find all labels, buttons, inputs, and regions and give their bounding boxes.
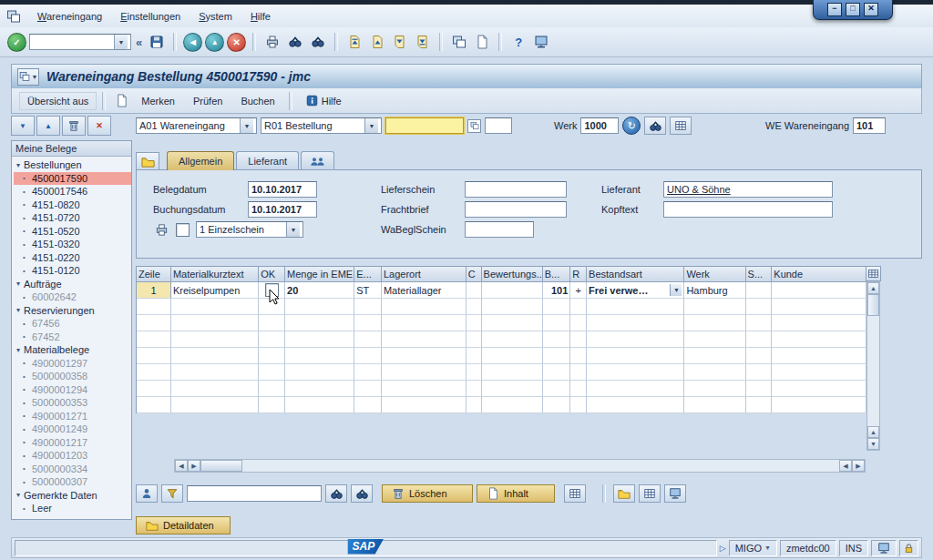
tree-item[interactable]: •5000000307	[14, 475, 131, 489]
item-detail-icon[interactable]	[136, 484, 158, 503]
tree-item[interactable]: •4900001203	[14, 449, 131, 463]
scroll-up-icon[interactable]: ▲	[36, 116, 60, 136]
tree-item[interactable]: •4900001249	[14, 423, 131, 436]
werk-input[interactable]: 1000	[580, 117, 619, 134]
wabeglschein-input[interactable]	[465, 221, 534, 238]
tree-item[interactable]: •4151-0320	[14, 238, 131, 251]
tree-group[interactable]: ▾Aufträge	[14, 278, 131, 291]
item-overview-icon[interactable]	[670, 117, 692, 135]
tree-group[interactable]: ▾Materialbelege	[14, 343, 131, 357]
tree-item[interactable]: •4151-0120	[14, 264, 131, 278]
uebersicht-aus-button[interactable]: Übersicht aus	[19, 92, 97, 110]
scroll-right-arrow-end-icon[interactable]: ▶	[852, 460, 865, 472]
find-next-icon[interactable]	[308, 32, 328, 52]
column-header[interactable]: Kunde	[772, 267, 866, 282]
tree-item[interactable]: •67452	[14, 331, 131, 344]
schein-dropdown-icon[interactable]: ▼	[286, 222, 300, 237]
column-header[interactable]: Bestandsart	[587, 267, 684, 282]
pruefen-button[interactable]: Prüfen	[185, 92, 231, 110]
table-views-icon[interactable]	[664, 484, 686, 503]
scroll-up-arrow-bottom-icon[interactable]: ▲	[867, 426, 879, 438]
menu-wareneingang[interactable]: Wareneingang	[29, 9, 110, 24]
tree-item[interactable]: •4151-0220	[14, 251, 131, 265]
menu-hilfe[interactable]: Hilfe	[242, 9, 279, 24]
table-cell[interactable]: Hamburg	[684, 282, 745, 299]
transaction-indicator[interactable]: MIGO▼	[729, 540, 777, 556]
column-header[interactable]: C	[466, 267, 482, 282]
vertical-scroll-thumb[interactable]	[867, 294, 879, 316]
grid-settings-icon[interactable]	[564, 484, 586, 503]
kopftext-input[interactable]	[663, 201, 833, 218]
save-icon[interactable]	[147, 32, 167, 52]
table-find-icon[interactable]	[325, 484, 347, 503]
tree-item[interactable]: •67456	[14, 317, 131, 331]
frachtbrief-input[interactable]	[465, 201, 567, 218]
table-cell[interactable]: Materiallager	[382, 282, 466, 299]
table-export-icon[interactable]	[639, 484, 661, 503]
maximize-button[interactable]: □	[846, 3, 860, 16]
table-cell[interactable]	[772, 282, 866, 299]
lieferant-input[interactable]: UNO & Söhne	[663, 181, 833, 198]
table-cell[interactable]: ST	[354, 282, 382, 299]
tree-item[interactable]: •4151-0520	[14, 225, 131, 239]
column-header[interactable]: B...	[543, 267, 571, 282]
help-icon[interactable]: ?	[508, 32, 528, 52]
tree-item[interactable]: •4900001217	[14, 436, 131, 450]
table-cell[interactable]: 20	[285, 282, 354, 299]
scroll-up-arrow-icon[interactable]: ▲	[867, 282, 879, 294]
lieferschein-input[interactable]	[465, 181, 567, 198]
inhalt-button[interactable]: Inhalt	[477, 484, 555, 503]
scroll-down-arrow-icon[interactable]: ▼	[867, 438, 879, 450]
scroll-down-icon[interactable]: ▼	[11, 116, 35, 136]
table-cell[interactable]: Kreiselpumpen	[171, 282, 259, 299]
create-shortcut-icon[interactable]	[472, 32, 492, 52]
tree-group[interactable]: ▾Bestellungen	[14, 158, 131, 172]
last-page-icon[interactable]	[413, 32, 433, 52]
column-header[interactable]: Lagerort	[382, 267, 466, 282]
table-cell[interactable]: 101	[543, 282, 571, 299]
table-search-input[interactable]	[187, 485, 322, 502]
execute-icon[interactable]: ↻	[622, 117, 641, 135]
horizontal-scrollbar[interactable]: ◀ ▶ ◀ ▶	[174, 459, 866, 473]
tab-partner[interactable]	[301, 151, 334, 170]
hilfe-button[interactable]: Hilfe	[298, 92, 350, 110]
minimize-button[interactable]: −	[827, 3, 842, 16]
next-page-icon[interactable]	[390, 32, 410, 52]
reference-dropdown-icon[interactable]: ▼	[364, 118, 378, 133]
scroll-left-arrow-end-icon[interactable]: ◀	[839, 460, 852, 472]
table-config-icon[interactable]	[866, 266, 881, 281]
scroll-right-arrow-icon[interactable]: ▶	[188, 460, 200, 472]
command-dropdown-icon[interactable]: ▼	[114, 35, 128, 49]
tree-item[interactable]: •4151-0720	[14, 211, 131, 225]
table-cell[interactable]: +	[570, 282, 587, 299]
column-header[interactable]: Zeile	[137, 267, 171, 282]
window-menu-icon[interactable]: ▼	[17, 68, 39, 86]
column-header[interactable]: Bewertungs...	[482, 267, 543, 282]
tree-group[interactable]: ▾Reservierungen	[14, 304, 131, 318]
close-button[interactable]: ✕	[864, 3, 878, 16]
menu-einstellungen[interactable]: Einstellungen	[112, 9, 189, 24]
customize-layout-icon[interactable]	[531, 32, 551, 52]
movement-type-input[interactable]: 101	[853, 117, 886, 134]
command-field[interactable]: ▼	[29, 34, 131, 50]
tree-item[interactable]: •Leer	[14, 502, 131, 515]
scroll-left-arrow-icon[interactable]: ◀	[175, 460, 188, 472]
print-slip-icon[interactable]	[153, 221, 169, 238]
delete-from-list-icon[interactable]	[62, 116, 86, 136]
print-checkbox[interactable]	[176, 223, 190, 237]
table-row[interactable]: 1Kreiselpumpen20STMateriallager101+Frei …	[137, 282, 866, 299]
menu-system[interactable]: System	[190, 9, 241, 24]
tab-lieferant[interactable]: Lieferant	[236, 151, 299, 170]
action-dropdown-icon[interactable]: ▼	[240, 118, 253, 133]
tree-item[interactable]: •4500017590	[14, 172, 131, 186]
find-po-icon[interactable]	[644, 117, 666, 135]
first-page-icon[interactable]	[344, 32, 364, 52]
table-cell[interactable]	[746, 282, 773, 299]
buchen-button[interactable]: Buchen	[232, 92, 282, 110]
action-select[interactable]: A01 Wareneingang▼	[136, 117, 257, 134]
loeschen-button[interactable]: Löschen	[382, 484, 473, 503]
table-cell[interactable]	[482, 282, 543, 299]
print-icon[interactable]	[262, 32, 282, 52]
new-document-icon[interactable]	[111, 91, 131, 111]
tree-item[interactable]: •4151-0820	[14, 199, 131, 212]
